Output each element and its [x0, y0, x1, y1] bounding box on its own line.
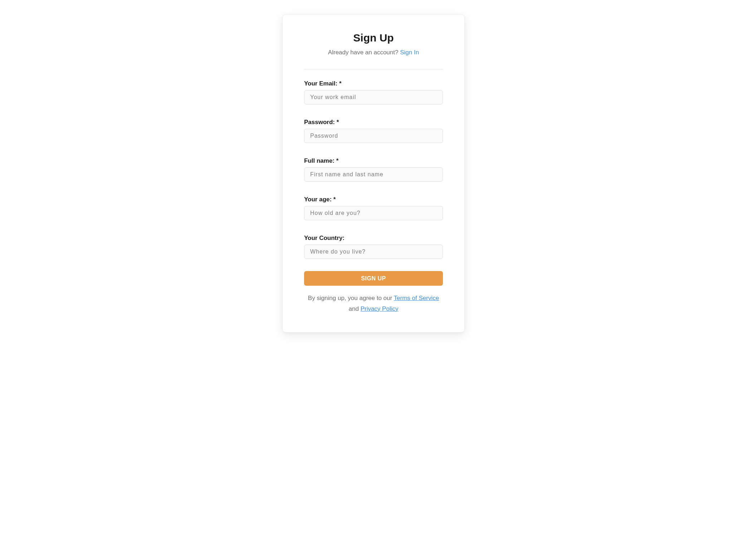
age-label: Your age: * [304, 196, 443, 203]
page-title: Sign Up [304, 32, 443, 44]
terms-text: By signing up, you agree to our Terms of… [304, 293, 443, 314]
signin-prompt: Already have an account? Sign In [304, 49, 443, 56]
privacy-policy-link[interactable]: Privacy Policy [361, 305, 399, 312]
fullname-field-group: Full name: * [304, 157, 443, 182]
country-label: Your Country: [304, 235, 443, 242]
terms-middle: and [349, 305, 361, 312]
signup-card: Sign Up Already have an account? Sign In… [282, 14, 465, 333]
email-field-group: Your Email: * [304, 80, 443, 104]
signup-header: Sign Up Already have an account? Sign In [304, 32, 443, 56]
terms-prefix: By signing up, you agree to our [308, 295, 394, 301]
divider [304, 69, 443, 69]
already-have-account-text: Already have an account? [328, 49, 399, 56]
signin-link[interactable]: Sign In [400, 49, 419, 56]
signup-button[interactable]: SIGN UP [304, 271, 443, 286]
email-input[interactable] [304, 90, 443, 104]
fullname-label: Full name: * [304, 157, 443, 164]
country-input[interactable] [304, 245, 443, 259]
terms-of-service-link[interactable]: Terms of Service [394, 295, 439, 301]
password-field-group: Password: * [304, 119, 443, 143]
password-label: Password: * [304, 119, 443, 126]
age-field-group: Your age: * [304, 196, 443, 220]
country-field-group: Your Country: [304, 235, 443, 259]
email-label: Your Email: * [304, 80, 443, 87]
age-input[interactable] [304, 206, 443, 220]
fullname-input[interactable] [304, 167, 443, 182]
password-input[interactable] [304, 129, 443, 143]
